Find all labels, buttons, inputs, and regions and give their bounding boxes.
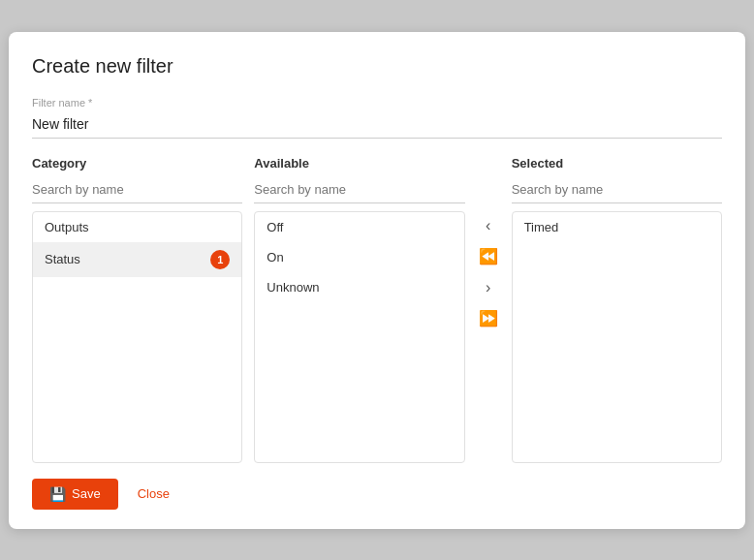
- dialog-title: Create new filter: [32, 55, 722, 78]
- list-item[interactable]: Unknown: [255, 272, 463, 302]
- available-list: Off On Unknown: [254, 211, 464, 463]
- list-item[interactable]: Off: [255, 212, 463, 242]
- filter-name-input[interactable]: [32, 112, 722, 139]
- available-search-input[interactable]: [254, 178, 464, 203]
- available-header: Available: [254, 156, 464, 171]
- selected-list: Timed: [512, 211, 722, 463]
- list-item[interactable]: On: [255, 242, 463, 272]
- create-filter-dialog: Create new filter Filter name * Category…: [9, 32, 745, 529]
- item-label: Timed: [524, 220, 559, 234]
- move-last-button[interactable]: ⏩: [473, 307, 504, 330]
- category-header: Category: [32, 156, 242, 171]
- save-icon: 💾: [49, 486, 66, 502]
- selected-column: Selected Timed: [512, 156, 722, 463]
- list-item[interactable]: Outputs: [33, 212, 241, 242]
- available-column: Available Off On Unknown: [254, 156, 464, 463]
- move-first-button[interactable]: ⏪: [473, 245, 504, 268]
- category-list: Outputs Status 1: [32, 211, 242, 463]
- item-label: On: [267, 250, 283, 264]
- transfer-arrows: ‹ ⏪ › ⏩: [465, 214, 512, 330]
- selected-search-input[interactable]: [512, 178, 722, 203]
- move-left-button[interactable]: ‹: [480, 214, 496, 237]
- columns-container: Category Outputs Status 1 Available Off: [32, 156, 722, 463]
- category-column: Category Outputs Status 1: [32, 156, 242, 463]
- list-item[interactable]: Timed: [513, 212, 721, 242]
- item-label: Off: [267, 220, 283, 234]
- save-button[interactable]: 💾 Save: [32, 479, 118, 510]
- item-label: Status: [45, 252, 80, 266]
- selected-header: Selected: [512, 156, 722, 171]
- save-label: Save: [72, 486, 101, 501]
- filter-name-label: Filter name *: [32, 97, 722, 109]
- move-right-button[interactable]: ›: [480, 276, 496, 299]
- footer: 💾 Save Close: [32, 479, 722, 510]
- item-label: Unknown: [267, 280, 319, 295]
- list-item[interactable]: Status 1: [33, 242, 241, 277]
- category-search-input[interactable]: [32, 178, 242, 203]
- close-button[interactable]: Close: [134, 479, 173, 509]
- item-label: Outputs: [45, 220, 89, 234]
- item-badge: 1: [210, 250, 230, 269]
